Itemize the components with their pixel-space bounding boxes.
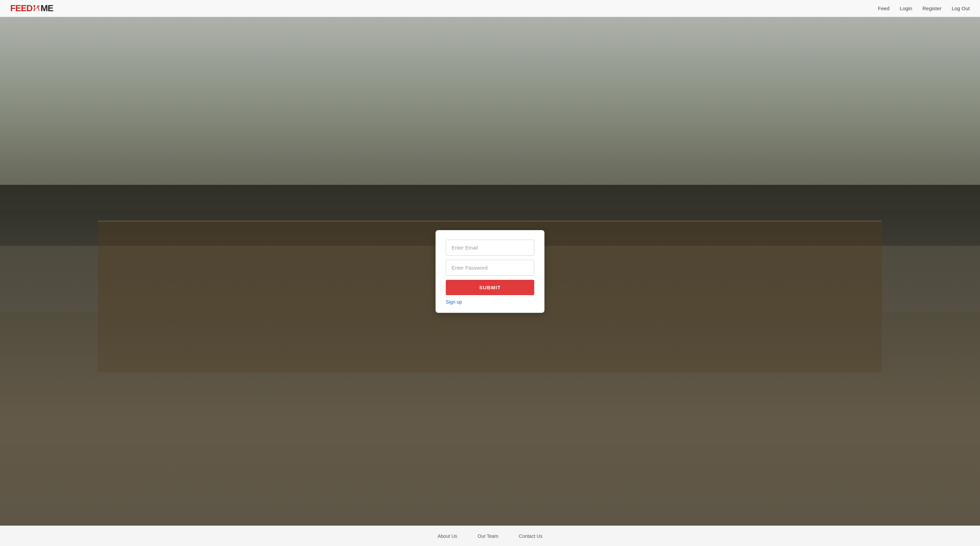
nav-link-register[interactable]: Register	[923, 5, 942, 11]
navbar: FEED ME Feed Login Regi	[0, 0, 980, 17]
nav-item-logout[interactable]: Log Out	[952, 5, 970, 11]
footer-link-contact[interactable]: Contact Us	[519, 533, 542, 539]
nav-link-logout[interactable]: Log Out	[952, 5, 970, 11]
footer: About Us Our Team Contact Us	[0, 525, 980, 546]
login-form: SUBMIT Sign up	[436, 230, 544, 313]
nav-item-feed[interactable]: Feed	[878, 5, 889, 11]
nav-item-register[interactable]: Register	[923, 5, 942, 11]
signup-link[interactable]: Sign up	[446, 299, 534, 305]
submit-button[interactable]: SUBMIT	[446, 280, 534, 295]
nav-link-login[interactable]: Login	[900, 5, 912, 11]
building-top	[0, 17, 980, 210]
logo-feed-text: FEED	[10, 3, 32, 14]
email-input[interactable]	[446, 240, 534, 256]
nav-link-feed[interactable]: Feed	[878, 5, 889, 11]
logo: FEED ME	[10, 3, 53, 14]
logo-me-text: ME	[40, 3, 53, 14]
floor-area	[0, 312, 980, 525]
nav-item-login[interactable]: Login	[900, 5, 912, 11]
nav-links: Feed Login Register Log Out	[878, 5, 970, 11]
hero-section: SUBMIT Sign up	[0, 17, 980, 525]
utensil-icon	[32, 4, 40, 12]
password-input[interactable]	[446, 260, 534, 276]
footer-link-about[interactable]: About Us	[438, 533, 457, 539]
footer-link-team[interactable]: Our Team	[478, 533, 498, 539]
